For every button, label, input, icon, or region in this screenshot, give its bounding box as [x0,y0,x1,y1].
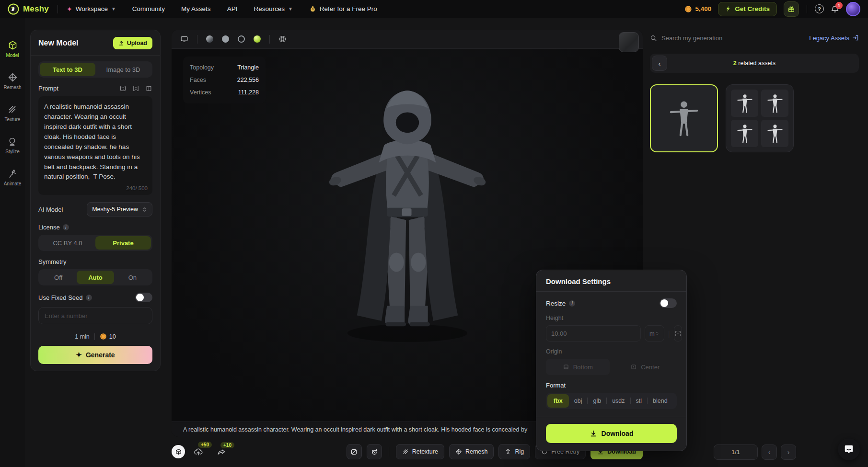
tab-text-to-3d[interactable]: Text to 3D [40,63,95,76]
rail-item-remesh[interactable]: Remesh [3,72,21,90]
upload-button[interactable]: Upload [113,37,152,49]
rail-item-model[interactable]: Model [6,40,19,58]
height-input[interactable] [546,325,641,342]
info-icon[interactable]: i [86,295,92,301]
rig-button[interactable]: Rig [498,444,530,459]
fit-to-bounds-button[interactable] [674,325,682,342]
3d-model-render[interactable] [319,80,496,366]
nav-workspace[interactable]: ✦ Workspace ▼ [67,5,116,13]
nav-resources[interactable]: Resources ▼ [254,5,292,12]
format-fbx[interactable]: fbx [547,394,569,408]
modal-download-button[interactable]: Download [546,424,677,443]
seed-toggle[interactable] [135,293,152,302]
cost-value: 10 [109,333,116,340]
stat-label: Faces [190,77,206,83]
nav-community[interactable]: Community [132,5,165,12]
auto-smooth-button[interactable] [367,444,382,459]
prompt-history-icon[interactable] [132,85,139,92]
resize-toggle[interactable] [660,298,677,308]
variant-cell [761,90,788,117]
sparkle-icon: ✦ [76,351,82,359]
chevron-down-icon: ▼ [288,6,293,11]
nav-api-label: API [227,5,238,12]
next-page-button[interactable]: › [781,444,796,460]
stat-vertices: Vertices 111,228 [190,86,259,99]
notifications-button[interactable]: 1 [831,5,839,13]
tab-image-to-3d[interactable]: Image to 3D [95,63,151,76]
nav-api[interactable]: API [227,5,238,12]
generate-button[interactable]: ✦ Generate [38,346,152,364]
license-cc-by[interactable]: CC BY 4.0 [40,236,95,250]
prompt-input[interactable]: A realistic humanoid assassin character.… [38,96,152,195]
rail-item-stylize[interactable]: Stylize [5,137,19,154]
get-credits-button[interactable]: Get Credits [718,2,777,16]
origin-bottom-button[interactable]: Bottom [546,359,610,375]
format-glb[interactable]: glb [588,394,606,408]
background-icon [350,448,358,456]
format-obj[interactable]: obj [569,394,588,408]
asset-thumbnail-selected[interactable] [650,84,718,152]
symmetry-off[interactable]: Off [40,271,77,284]
panel-title: New Model [38,39,79,47]
remesh-button[interactable]: Remesh [449,444,494,459]
shading-outline-icon[interactable] [238,35,245,43]
license-private[interactable]: Private [95,236,151,250]
crystal-ball-icon [7,137,17,147]
symmetry-auto[interactable]: Auto [77,271,114,284]
credit-balance[interactable]: 5,400 [684,5,711,13]
share-button[interactable]: +10 [217,447,226,456]
asset-thumbnail-variants[interactable] [726,84,794,152]
prev-page-button[interactable]: ‹ [762,444,777,460]
shading-textured-icon[interactable] [206,35,213,43]
ai-model-select[interactable]: Meshy-5 Preview [87,202,152,216]
nav-community-label: Community [132,5,165,12]
rail-item-animate[interactable]: Animate [4,169,22,186]
chat-launcher[interactable] [838,438,860,460]
rail-item-texture[interactable]: Texture [5,104,21,122]
prompt-library-icon[interactable] [145,85,152,92]
unit-select[interactable]: m [645,325,664,342]
nav-my-assets[interactable]: My Assets [181,5,211,12]
chat-bubble-icon [844,444,854,455]
publish-bonus-badge: +50 [198,442,212,448]
format-blend[interactable]: blend [648,394,673,408]
publish-button[interactable]: +50 [194,447,203,456]
symmetry-on[interactable]: On [114,271,151,284]
back-button[interactable]: ‹ [652,56,667,71]
info-icon[interactable]: i [63,224,69,230]
gift-button[interactable] [784,1,799,17]
seed-input[interactable] [38,307,152,324]
legacy-assets-link[interactable]: Legacy Assets [809,34,859,42]
format-stl[interactable]: stl [631,394,648,408]
modal-download-label: Download [602,430,634,437]
retexture-button[interactable]: Retexture [396,444,444,459]
search-input[interactable]: Search my generation [661,34,805,42]
format-usdz[interactable]: usdz [607,394,630,408]
meshy-logo[interactable]: Meshy [8,3,49,15]
download-settings-modal: Download Settings Resize i Height m | [536,270,687,451]
frame-icon [674,330,682,337]
shading-solid-icon[interactable] [222,35,229,43]
display-icon[interactable] [180,35,188,43]
nav-my-assets-label: My Assets [181,5,211,12]
nav-refer[interactable]: $ Refer for a Free Pro [309,5,377,12]
divider: | [668,330,670,338]
viewport-preview-thumbnail[interactable] [619,32,639,52]
origin-center-button[interactable]: Center [613,359,677,375]
lightning-icon [725,6,731,12]
new-model-panel: New Model Upload Text to 3D Image to 3D … [30,30,161,371]
random-prompt-icon[interactable] [119,85,127,92]
upload-icon [118,40,124,46]
background-toggle-button[interactable] [347,444,362,459]
model-badge-button[interactable] [172,445,185,458]
help-icon[interactable]: ? [815,4,824,13]
mode-tabs: Text to 3D Image to 3D [38,61,152,78]
variant-cell [731,120,758,147]
wireframe-icon[interactable] [278,35,287,43]
symmetry-label: Symmetry [38,258,67,265]
seed-label-text: Use Fixed Seed [38,294,83,301]
info-icon[interactable]: i [569,300,575,307]
shading-material-icon[interactable] [254,35,261,43]
avatar[interactable] [846,2,860,16]
prompt-label: Prompt [38,85,58,92]
